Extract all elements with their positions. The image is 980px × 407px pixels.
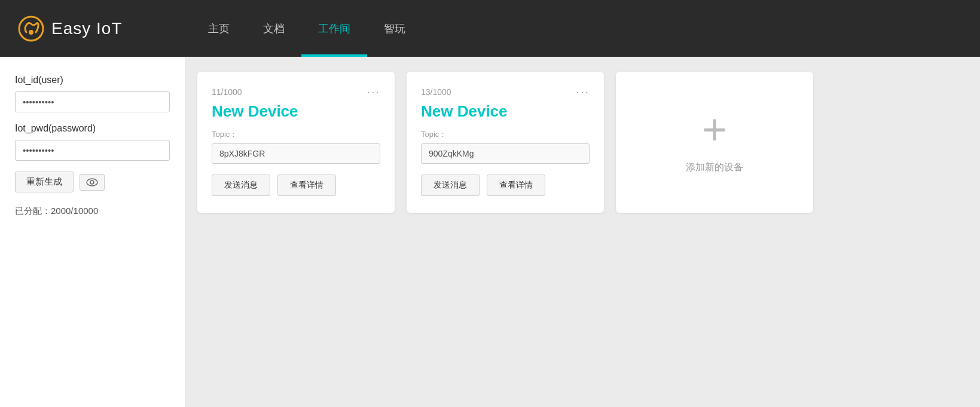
- card-title-2: New Device: [421, 102, 590, 121]
- card-menu-1[interactable]: ···: [367, 85, 380, 99]
- svg-point-3: [90, 180, 94, 184]
- card-count-1: 11/1000: [212, 87, 242, 97]
- iot-pwd-input[interactable]: [15, 140, 170, 161]
- svg-point-2: [87, 179, 97, 186]
- card-header-2: 13/1000 ···: [421, 85, 590, 99]
- svg-point-0: [19, 17, 43, 41]
- card-menu-2[interactable]: ···: [576, 85, 590, 99]
- view-detail-button-1[interactable]: 查看详情: [277, 175, 336, 196]
- add-device-card[interactable]: + 添加新的设备: [616, 72, 813, 213]
- card-header-1: 11/1000 ···: [212, 85, 380, 99]
- send-message-button-2[interactable]: 发送消息: [421, 175, 480, 196]
- nav-item-home[interactable]: 主页: [191, 0, 246, 57]
- iot-id-label: Iot_id(user): [15, 75, 170, 85]
- regenerate-button[interactable]: 重新生成: [15, 172, 74, 192]
- logo-icon: [18, 16, 44, 42]
- logo-text: Easy IoT: [51, 19, 122, 38]
- card-count-2: 13/1000: [421, 87, 451, 97]
- eye-icon: [86, 178, 98, 186]
- logo-area: Easy IoT: [18, 16, 173, 42]
- iot-pwd-label: Iot_pwd(password): [15, 123, 170, 134]
- main-nav: 主页 文档 工作间 智玩: [191, 0, 422, 57]
- add-device-label: 添加新的设备: [686, 161, 743, 174]
- card-topic-label-2: Topic：: [421, 129, 590, 140]
- view-detail-button-2[interactable]: 查看详情: [487, 175, 545, 196]
- card-actions-1: 发送消息 查看详情: [212, 175, 380, 196]
- main-container: Iot_id(user) Iot_pwd(password) 重新生成 已分配：…: [0, 57, 980, 407]
- svg-point-1: [29, 30, 33, 35]
- iot-id-input[interactable]: [15, 91, 170, 112]
- card-topic-input-2[interactable]: [421, 143, 590, 164]
- sidebar-actions: 重新生成: [15, 172, 170, 192]
- quota-display: 已分配：2000/10000: [15, 206, 170, 217]
- header: Easy IoT 主页 文档 工作间 智玩: [0, 0, 980, 57]
- card-topic-input-1[interactable]: [212, 143, 380, 164]
- plus-icon: +: [702, 108, 727, 151]
- card-actions-2: 发送消息 查看详情: [421, 175, 590, 196]
- toggle-visibility-button[interactable]: [80, 174, 105, 191]
- card-topic-label-1: Topic：: [212, 129, 380, 140]
- sidebar: Iot_id(user) Iot_pwd(password) 重新生成 已分配：…: [0, 57, 185, 407]
- card-title-1: New Device: [212, 102, 380, 121]
- nav-item-docs[interactable]: 文档: [246, 0, 301, 57]
- nav-item-workspace[interactable]: 工作间: [301, 0, 367, 57]
- send-message-button-1[interactable]: 发送消息: [212, 175, 270, 196]
- cards-area: 11/1000 ··· New Device Topic： 发送消息 查看详情 …: [185, 57, 980, 407]
- device-card-2: 13/1000 ··· New Device Topic： 发送消息 查看详情: [407, 72, 604, 213]
- nav-item-play[interactable]: 智玩: [367, 0, 422, 57]
- device-card-1: 11/1000 ··· New Device Topic： 发送消息 查看详情: [197, 72, 395, 213]
